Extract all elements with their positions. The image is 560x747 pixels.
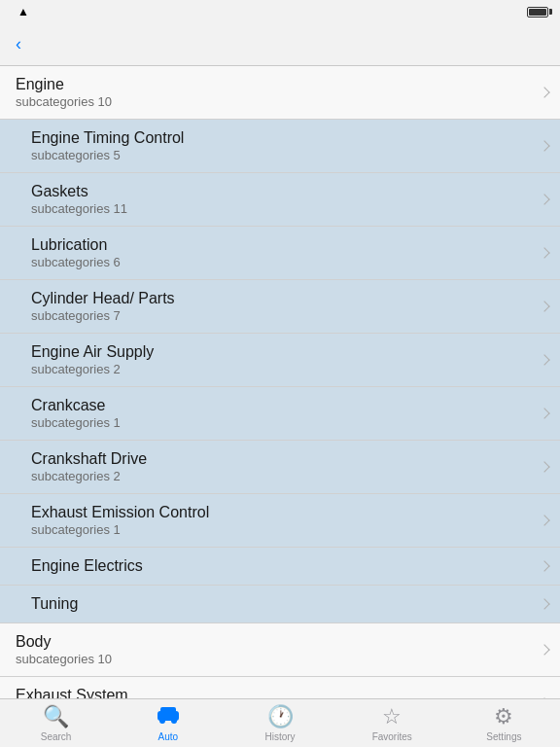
list-item-title: Engine Air Supply [31,343,544,361]
list-item-title: Crankcase [31,397,544,414]
history-icon: 🕐 [267,704,294,729]
list-item-title: Exhaust System [16,687,544,698]
list-item-subtitle: subcategories 7 [31,308,544,323]
list-item[interactable]: Exhaust Systemsubcategories 6 [0,677,560,698]
list-item[interactable]: Exhaust Emission Controlsubcategories 1 [0,494,560,548]
tab-bar: 🔍SearchAuto🕐History☆Favorites⚙Settings [0,698,560,747]
list-item[interactable]: Enginesubcategories 10 [0,66,560,120]
tab-label-history: History [264,731,295,742]
list-item-subtitle: subcategories 1 [31,522,544,537]
list-item-title: Cylinder Head/ Parts [31,290,544,307]
tab-label-auto: Auto [158,731,179,742]
list-item-title: Body [16,633,544,651]
list-item[interactable]: Bodysubcategories 10 [0,623,560,677]
back-button[interactable]: ‹ [16,34,23,54]
list-item[interactable]: Tuning [0,586,560,623]
status-bar: ▲ [0,0,560,23]
wifi-icon: ▲ [18,5,29,18]
svg-point-3 [171,718,177,724]
list-item-title: Engine [16,76,544,93]
list-item[interactable]: Engine Timing Controlsubcategories 5 [0,120,560,173]
tab-auto[interactable]: Auto [112,699,224,747]
list-item-title: Engine Timing Control [31,129,544,147]
category-list: Enginesubcategories 10Engine Timing Cont… [0,66,560,698]
auto-icon [156,704,181,729]
list-item-subtitle: subcategories 11 [31,201,544,216]
tab-search[interactable]: 🔍Search [0,699,112,747]
list-item-subtitle: subcategories 5 [31,148,544,162]
list-item[interactable]: Crankcasesubcategories 1 [0,387,560,441]
back-chevron: ‹ [16,34,21,54]
list-item[interactable]: Engine Air Supplysubcategories 2 [0,334,560,387]
status-left: ▲ [12,5,29,18]
list-item-subtitle: subcategories 10 [16,652,544,666]
list-item[interactable]: Lubricationsubcategories 6 [0,227,560,280]
list-item-subtitle: subcategories 2 [31,362,544,376]
list-item-title: Gaskets [31,183,544,200]
list-item-title: Lubrication [31,236,544,254]
tab-label-search: Search [41,731,72,742]
tab-label-favorites: Favorites [372,731,412,742]
tab-label-settings: Settings [486,731,521,742]
list-item-title: Crankshaft Drive [31,450,544,468]
list-item-subtitle: subcategories 10 [16,94,544,109]
svg-rect-1 [160,707,176,714]
list-item-title: Exhaust Emission Control [31,504,544,521]
list-item-subtitle: subcategories 6 [31,255,544,269]
list-item[interactable]: Gasketssubcategories 11 [0,173,560,227]
settings-icon: ⚙ [494,704,513,729]
tab-favorites[interactable]: ☆Favorites [336,699,448,747]
list-item[interactable]: Crankshaft Drivesubcategories 2 [0,441,560,494]
status-right [523,7,548,18]
svg-point-2 [159,718,165,724]
list-item-title: Tuning [31,595,544,613]
favorites-icon: ☆ [382,704,402,729]
list-item-title: Engine Electrics [31,557,544,575]
tab-history[interactable]: 🕐History [224,699,335,747]
list-item-subtitle: subcategories 2 [31,469,544,483]
list-item[interactable]: Cylinder Head/ Partssubcategories 7 [0,280,560,334]
nav-bar: ‹ [0,23,560,66]
list-item-subtitle: subcategories 1 [31,415,544,430]
search-icon: 🔍 [43,704,69,729]
expanded-section: Enginesubcategories 10Engine Timing Cont… [0,66,560,623]
list-item[interactable]: Engine Electrics [0,548,560,586]
tab-settings[interactable]: ⚙Settings [448,699,560,747]
battery-icon [527,7,548,18]
